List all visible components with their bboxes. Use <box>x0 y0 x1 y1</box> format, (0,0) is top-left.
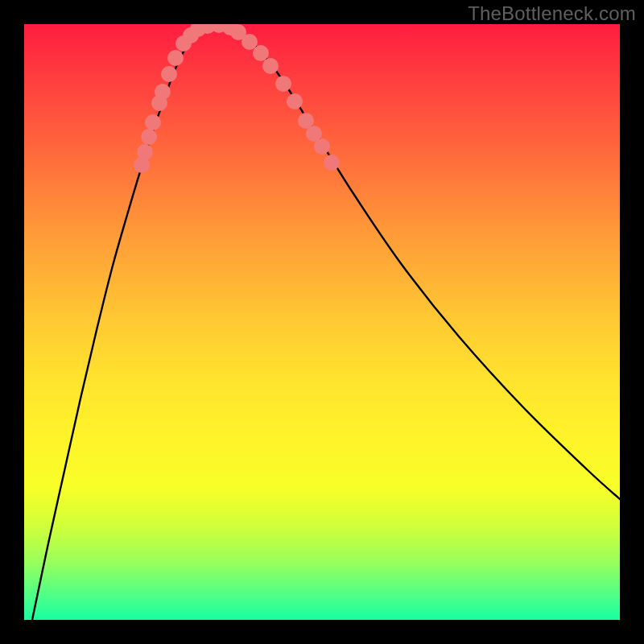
curve-marker <box>275 76 291 92</box>
curve-marker <box>155 84 171 100</box>
curve-marker <box>253 45 269 61</box>
curve-marker <box>141 129 157 145</box>
curve-marker <box>324 155 340 171</box>
bottleneck-curve <box>32 25 620 620</box>
curve-marker <box>145 114 161 130</box>
curve-marker <box>167 50 184 66</box>
curve-markers <box>134 24 340 173</box>
chart-svg <box>24 24 620 620</box>
curve-marker <box>314 138 330 155</box>
watermark-text: TheBottleneck.com <box>468 2 636 25</box>
chart-plot-area <box>24 24 620 620</box>
curve-marker <box>262 58 279 74</box>
curve-marker <box>137 144 153 160</box>
curve-marker <box>161 66 177 82</box>
curve-marker <box>287 93 303 109</box>
chart-frame: TheBottleneck.com <box>0 0 644 644</box>
